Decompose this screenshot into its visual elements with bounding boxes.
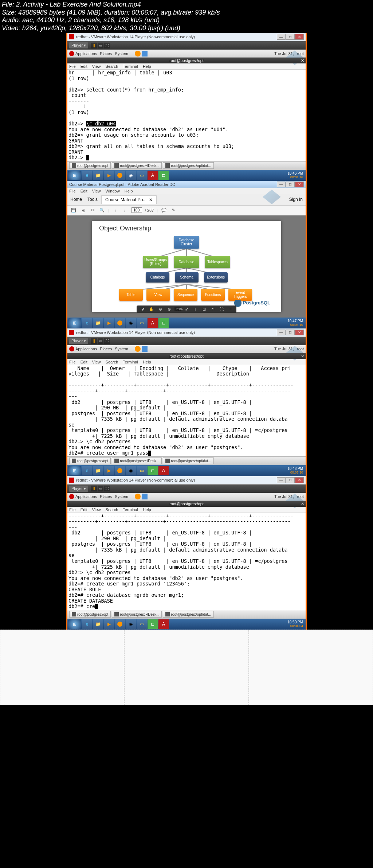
task-item-3[interactable]: root@postgres:/opt/dat...	[163, 611, 213, 618]
places-menu[interactable]: Places	[100, 347, 112, 351]
pointer-icon[interactable]: ⬈	[140, 307, 146, 312]
minimize-button[interactable]: —	[277, 182, 286, 187]
tools-tab[interactable]: Tools	[87, 197, 98, 202]
print-icon[interactable]: 🖨	[80, 207, 86, 214]
document-tab[interactable]: Course Material-Po... ✕	[101, 195, 157, 204]
page-down-icon[interactable]: ↓	[122, 207, 128, 214]
snapshot-icon[interactable]: ▭	[98, 43, 103, 48]
system-tray[interactable]: 10:47 PM 00:03:10	[287, 319, 305, 327]
file-menu[interactable]: File	[69, 189, 76, 193]
app-task[interactable]: ⊏	[158, 171, 169, 180]
task-item-2[interactable]: root@postgres:~/Desk...	[112, 162, 162, 169]
ie-task[interactable]: e	[82, 171, 92, 180]
notepad-task[interactable]: ▭	[137, 318, 147, 328]
pause-icon[interactable]: ||	[91, 43, 97, 48]
explorer-task[interactable]: 📁	[93, 318, 103, 328]
chrome-task[interactable]: ◉	[126, 171, 136, 180]
terminal-output[interactable]: hr | hr_emp_info | table | u03 (1 row) d…	[67, 70, 306, 161]
places-menu[interactable]: Places	[100, 51, 112, 56]
minimize-button[interactable]: —	[277, 34, 286, 40]
sign-icon[interactable]: ✎	[170, 207, 177, 214]
task-item-2[interactable]: root@postgres:~/Desk...	[112, 458, 162, 464]
ie-task[interactable]: e	[82, 318, 92, 328]
notepad-task[interactable]: ▭	[137, 171, 147, 180]
zoom-level[interactable]: 73%	[174, 307, 181, 311]
search-icon[interactable]: 🔍	[99, 207, 105, 214]
start-button[interactable]: ⊞	[68, 171, 81, 180]
signin-link[interactable]: Sign In	[289, 197, 303, 202]
minimize-button[interactable]: —	[277, 477, 286, 483]
maximize-button[interactable]: □	[286, 182, 295, 187]
task-item-1[interactable]: root@postgres:/opt	[69, 162, 111, 169]
player-menu-button[interactable]: Player ▾	[69, 42, 88, 48]
view-menu[interactable]: View	[92, 189, 101, 193]
window-menu[interactable]: Window	[106, 189, 120, 193]
system-tray[interactable]: 10:48 PM 00:03:30	[287, 467, 305, 474]
applications-menu[interactable]: Applications	[75, 51, 97, 56]
acrobat-task[interactable]: A	[148, 318, 158, 328]
close-button[interactable]: ✕	[295, 330, 304, 335]
player-menu-button[interactable]: Player ▾	[69, 338, 88, 344]
start-button[interactable]: ⊞	[68, 466, 81, 475]
terminal-close-button[interactable]: ✕	[301, 58, 304, 63]
file-menu[interactable]: File	[69, 64, 76, 69]
system-menu[interactable]: System	[115, 347, 128, 351]
applications-menu[interactable]: Applications	[75, 347, 97, 351]
start-button[interactable]: ⊞	[68, 619, 81, 629]
minimize-button[interactable]: —	[277, 330, 286, 335]
task-item-1[interactable]: root@postgres:/opt	[69, 611, 111, 618]
wmp-task[interactable]: ▶	[104, 318, 114, 328]
task-item-2[interactable]: root@postgres:~/Desk...	[112, 611, 162, 618]
zoom-in-icon[interactable]: ⊕	[166, 307, 172, 312]
firefox-task[interactable]	[115, 171, 125, 180]
system-tray[interactable]: 10:46 PM 00:01:16	[287, 171, 305, 179]
more-icon[interactable]: ⋯	[227, 307, 233, 312]
mail-icon[interactable]	[142, 346, 148, 352]
firefox-task[interactable]	[115, 318, 125, 328]
hand-icon[interactable]: ✋	[148, 307, 155, 312]
help-menu[interactable]: Help	[125, 189, 133, 193]
zoom-out-icon[interactable]: ⊖	[157, 307, 164, 312]
close-button[interactable]: ✕	[295, 477, 304, 483]
system-tray[interactable]: 10:50 PM 00:04:54	[287, 620, 305, 628]
home-tab[interactable]: Home	[70, 197, 82, 202]
firefox-icon[interactable]	[135, 51, 141, 57]
edit-menu[interactable]: Edit	[81, 189, 87, 193]
task-item-3[interactable]: root@postgres:/opt/dat...	[163, 458, 213, 464]
view-menu[interactable]: View	[92, 64, 101, 69]
pdf-viewport[interactable]: Object Ownership Database Cluster User	[67, 215, 306, 318]
maximize-button[interactable]: □	[286, 477, 295, 483]
system-menu[interactable]: System	[115, 51, 128, 56]
fullscreen-icon[interactable]: ⛶	[218, 307, 225, 311]
close-button[interactable]: ✕	[295, 182, 304, 187]
maximize-button[interactable]: □	[286, 330, 295, 335]
wmp-task[interactable]: ▶	[104, 171, 114, 180]
save-icon[interactable]: 💾	[70, 207, 77, 214]
terminal-output[interactable]: -----------+----------+----------+------…	[67, 513, 306, 610]
start-button[interactable]: ⊞	[68, 318, 81, 328]
rotate-icon[interactable]: ↻	[209, 307, 216, 312]
acrobat-task[interactable]: A	[148, 171, 158, 180]
close-button[interactable]: ✕	[295, 34, 304, 40]
mail-icon[interactable]	[142, 51, 148, 57]
maximize-button[interactable]: □	[286, 34, 295, 40]
chrome-task[interactable]: ◉	[126, 318, 136, 328]
terminal-menu[interactable]: Terminal	[123, 64, 138, 69]
terminal-output[interactable]: Name | Owner | Encoding | Collate | Ctyp…	[67, 365, 306, 456]
edit-menu[interactable]: Edit	[81, 64, 87, 69]
resize-icon[interactable]: ⤢	[183, 307, 190, 312]
comment-icon[interactable]: 💬	[161, 207, 167, 214]
app-task[interactable]: ⊏	[158, 318, 169, 328]
mail-icon[interactable]: ✉	[89, 207, 96, 214]
task-item-3[interactable]: root@postgres:/opt/dat...	[163, 162, 213, 169]
terminal-close-button[interactable]: ✕	[301, 354, 304, 359]
search-menu[interactable]: Search	[106, 64, 118, 69]
fit-icon[interactable]: ⊡	[201, 307, 207, 312]
explorer-task[interactable]: 📁	[93, 171, 103, 180]
fullscreen-icon[interactable]: ⛶	[104, 43, 110, 48]
help-menu[interactable]: Help	[143, 64, 151, 69]
page-number-input[interactable]	[131, 207, 142, 213]
page-up-icon[interactable]: ↑	[112, 207, 119, 214]
terminal-close-button[interactable]: ✕	[301, 502, 304, 506]
firefox-icon[interactable]	[135, 346, 141, 352]
